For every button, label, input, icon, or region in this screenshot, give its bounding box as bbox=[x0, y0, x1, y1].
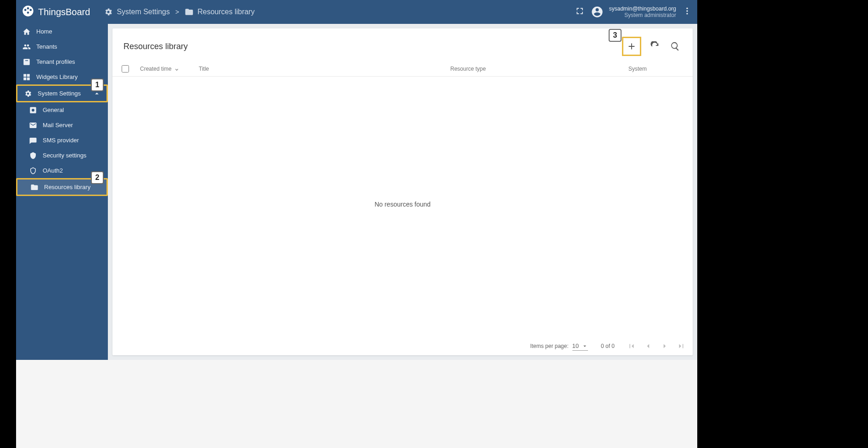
plus-icon bbox=[627, 41, 637, 51]
mail-icon bbox=[29, 121, 37, 129]
page-title: Resources library bbox=[123, 42, 622, 51]
first-page-icon bbox=[627, 342, 636, 350]
breadcrumb-resources-library[interactable]: Resources library bbox=[185, 7, 254, 17]
account-menu[interactable]: sysadmin@thingsboard.org System administ… bbox=[591, 6, 676, 18]
column-system[interactable]: System bbox=[628, 66, 683, 72]
page-range: 0 of 0 bbox=[601, 343, 615, 349]
sidebar-item-label: SMS provider bbox=[43, 137, 79, 144]
callout-badge-3: 3 bbox=[609, 29, 622, 42]
breadcrumb-system-settings[interactable]: System Settings bbox=[104, 7, 170, 17]
sidebar-item-label: Widgets Library bbox=[36, 73, 78, 80]
sidebar-item-label: OAuth2 bbox=[43, 167, 63, 174]
account-info: sysadmin@thingsboard.org System administ… bbox=[609, 6, 676, 18]
empty-state: No resources found bbox=[112, 77, 693, 337]
column-resource-type[interactable]: Resource type bbox=[450, 66, 628, 72]
callout-badge-2: 2 bbox=[91, 171, 104, 184]
sidebar-item-security[interactable]: Security settings bbox=[16, 148, 108, 163]
add-resource-button[interactable] bbox=[625, 40, 638, 53]
text-box-icon bbox=[22, 58, 31, 66]
items-per-page-value: 10 bbox=[572, 342, 579, 349]
sidebar-item-label: Resources library bbox=[44, 184, 90, 190]
sidebar-item-label: General bbox=[43, 106, 64, 113]
chevron-down-icon bbox=[582, 343, 588, 349]
folder-icon bbox=[185, 7, 194, 17]
sidebar-item-mail[interactable]: Mail Server bbox=[16, 118, 108, 133]
sidebar-item-label: Tenants bbox=[36, 43, 57, 50]
paginator: Items per page: 10 0 of 0 bbox=[112, 337, 693, 355]
breadcrumb-item-label: Resources library bbox=[197, 8, 254, 16]
home-icon bbox=[22, 28, 31, 36]
sidebar-item-label: Mail Server bbox=[43, 122, 73, 129]
breadcrumb: System Settings > Resources library bbox=[104, 7, 254, 17]
next-page-button[interactable] bbox=[661, 342, 669, 350]
prev-page-button[interactable] bbox=[644, 342, 652, 350]
shield-outline-icon bbox=[29, 167, 37, 175]
column-title[interactable]: Title bbox=[199, 66, 450, 72]
more-menu-button[interactable] bbox=[683, 6, 692, 17]
sidebar-item-tenants[interactable]: Tenants bbox=[16, 39, 108, 54]
brand-icon bbox=[22, 5, 34, 20]
sidebar-item-home[interactable]: Home bbox=[16, 24, 108, 39]
sidebar-item-general[interactable]: General bbox=[16, 102, 108, 118]
refresh-icon bbox=[650, 41, 660, 51]
folder-icon bbox=[30, 183, 39, 191]
items-per-page-label: Items per page: bbox=[530, 343, 568, 349]
app-header: ThingsBoard System Settings > Resources … bbox=[16, 0, 697, 24]
gear-icon bbox=[104, 7, 113, 17]
search-icon bbox=[670, 41, 680, 51]
empty-message: No resources found bbox=[375, 201, 431, 208]
last-page-button[interactable] bbox=[677, 342, 685, 350]
svg-point-2 bbox=[686, 13, 688, 14]
main-content: Resources library 3 bbox=[108, 24, 697, 360]
sidebar-item-label: System Settings bbox=[38, 90, 81, 97]
shield-icon bbox=[29, 151, 37, 160]
select-all-checkbox[interactable] bbox=[122, 65, 129, 73]
last-page-icon bbox=[677, 342, 685, 350]
refresh-button[interactable] bbox=[649, 40, 661, 53]
breadcrumb-separator: > bbox=[175, 8, 179, 16]
fullscreen-icon bbox=[575, 6, 584, 16]
sidebar-item-label: Tenant profiles bbox=[36, 58, 75, 65]
sidebar-item-label: Security settings bbox=[43, 152, 86, 159]
gear-icon bbox=[24, 90, 32, 98]
chevron-right-icon bbox=[661, 342, 669, 350]
column-label: Title bbox=[199, 66, 209, 72]
search-button[interactable] bbox=[669, 40, 682, 53]
column-label: System bbox=[628, 66, 647, 72]
sidebar-item-label: Home bbox=[36, 28, 52, 35]
sms-icon bbox=[29, 136, 37, 145]
column-label: Created time bbox=[140, 66, 172, 72]
widgets-icon bbox=[22, 73, 31, 81]
account-email: sysadmin@thingsboard.org bbox=[609, 6, 676, 12]
account-icon bbox=[591, 6, 604, 18]
settings-applications-icon bbox=[29, 106, 37, 114]
arrow-down-icon bbox=[174, 66, 180, 72]
sidebar-item-tenant-profiles[interactable]: Tenant profiles bbox=[16, 54, 108, 69]
column-label: Resource type bbox=[450, 66, 486, 72]
breadcrumb-item-label: System Settings bbox=[117, 8, 170, 16]
resources-card: Resources library 3 bbox=[112, 28, 693, 355]
brand-name: ThingsBoard bbox=[38, 7, 90, 17]
account-role: System administrator bbox=[609, 12, 676, 18]
svg-point-1 bbox=[686, 10, 688, 11]
brand-logo[interactable]: ThingsBoard bbox=[22, 5, 90, 20]
people-icon bbox=[22, 43, 31, 51]
more-vert-icon bbox=[683, 6, 692, 16]
items-per-page-select[interactable]: 10 bbox=[572, 342, 588, 351]
svg-point-0 bbox=[686, 8, 688, 9]
fullscreen-button[interactable] bbox=[575, 6, 584, 17]
table-header: Created time Title Resource type System bbox=[112, 62, 693, 77]
callout-badge-1: 1 bbox=[91, 78, 104, 91]
chevron-left-icon bbox=[644, 342, 652, 350]
first-page-button[interactable] bbox=[627, 342, 636, 350]
sidebar-item-sms[interactable]: SMS provider bbox=[16, 133, 108, 148]
sidebar: Home Tenants Tenant profiles Widgets Lib… bbox=[16, 24, 108, 360]
column-created-time[interactable]: Created time bbox=[140, 66, 199, 72]
